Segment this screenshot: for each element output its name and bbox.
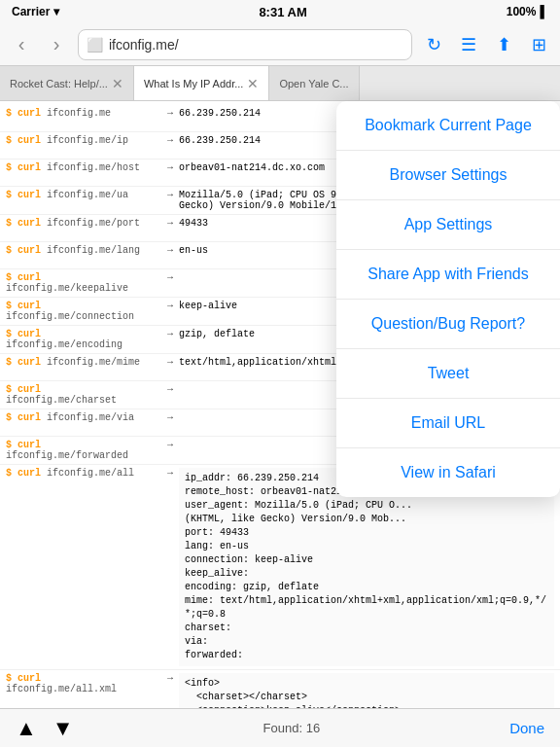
cmd-cell: $ curl ifconfig.me/keepalive — [6, 272, 161, 294]
carrier-label: Carrier — [12, 5, 50, 18]
dropdown-menu: Bookmark Current Page Browser Settings A… — [336, 101, 560, 497]
menu-item-tweet[interactable]: Tweet — [336, 349, 560, 399]
done-button[interactable]: Done — [509, 720, 544, 736]
menu-item-email-url[interactable]: Email URL — [336, 399, 560, 448]
back-button[interactable]: ‹ — [8, 33, 35, 55]
bottom-bar: ▲ ▼ Found: 16 Done — [0, 708, 560, 747]
time-display: 8:31 AM — [259, 5, 306, 19]
menu-item-app-settings[interactable]: App Settings — [336, 200, 560, 250]
scroll-up-button[interactable]: ▲ — [16, 716, 37, 741]
cmd-cell: $ curl ifconfig.me/encoding — [6, 329, 161, 350]
url-bar[interactable]: ⬜ ifconfig.me/ — [78, 29, 412, 60]
url-text[interactable]: ifconfig.me/ — [109, 37, 403, 53]
cmd-cell: $ curl ifconfig.me/ua — [6, 190, 161, 200]
table-row: $ curl ifconfig.me/all.xml → <info> <cha… — [0, 670, 560, 708]
menu-item-view-safari[interactable]: View in Safari — [336, 448, 560, 497]
menu-item-share-app[interactable]: Share App with Friends — [336, 250, 560, 300]
reload-button[interactable]: ↻ — [420, 34, 447, 55]
browser-settings-label: Browser Settings — [390, 166, 508, 184]
battery-label: 100% — [507, 5, 537, 18]
nav-icons: ↻ ☰ ⬆ ⊞ — [420, 34, 552, 55]
status-left: Carrier ▾ — [12, 5, 59, 18]
tab-label: Open Yale C... — [279, 78, 348, 89]
cmd-cell: $ curl ifconfig.me/host — [6, 162, 161, 173]
app-settings-label: App Settings — [404, 216, 493, 233]
forward-button[interactable]: › — [43, 33, 70, 55]
tabs-button[interactable]: ⊞ — [525, 34, 552, 55]
main-area: $ curl ifconfig.me → 66.239.250.214 $ cu… — [0, 101, 560, 708]
menu-item-browser-settings[interactable]: Browser Settings — [336, 151, 560, 200]
cmd-cell: $ curl ifconfig.me/mime — [6, 357, 161, 368]
wifi-icon: ▾ — [53, 5, 59, 18]
cmd-cell: $ curl ifconfig.me/ip — [6, 135, 161, 146]
tab-open-yale[interactable]: Open Yale C... — [269, 66, 359, 100]
bottom-nav: ▲ ▼ — [16, 716, 74, 741]
cmd-cell: $ curl ifconfig.me — [6, 108, 161, 119]
bug-report-label: Question/Bug Report? — [371, 315, 525, 333]
view-safari-label: View in Safari — [401, 464, 496, 481]
bookmark-label: Bookmark Current Page — [365, 117, 532, 134]
found-count: Found: 16 — [263, 721, 321, 735]
tab-bar: Rocket Cast: Help/... ✕ What Is My IP Ad… — [0, 66, 560, 101]
status-bar: Carrier ▾ 8:31 AM 100% ▌ — [0, 0, 560, 23]
menu-item-bug-report[interactable]: Question/Bug Report? — [336, 300, 560, 349]
menu-item-bookmark[interactable]: Bookmark Current Page — [336, 101, 560, 151]
tab-label: Rocket Cast: Help/... — [10, 78, 108, 89]
share-app-label: Share App with Friends — [368, 266, 528, 283]
share-button[interactable]: ⬆ — [490, 34, 517, 55]
tab-label: What Is My IP Addr... — [144, 78, 244, 89]
nav-bar: ‹ › ⬜ ifconfig.me/ ↻ ☰ ⬆ ⊞ — [0, 23, 560, 66]
close-icon[interactable]: ✕ — [247, 76, 259, 91]
cmd-cell: $ curl ifconfig.me/lang — [6, 245, 161, 256]
cmd-cell: $ curl ifconfig.me/port — [6, 218, 161, 229]
cmd-cell: $ curl ifconfig.me/connection — [6, 301, 161, 322]
cmd-cell: $ curl ifconfig.me/forwarded — [6, 440, 161, 461]
cmd-cell: $ curl ifconfig.me/all — [6, 468, 161, 479]
tab-what-is-my-ip[interactable]: What Is My IP Addr... ✕ — [134, 66, 270, 100]
battery-icon: ▌ — [540, 5, 548, 18]
cmd-cell: $ curl ifconfig.me/charset — [6, 384, 161, 406]
tab-rocket-cast[interactable]: Rocket Cast: Help/... ✕ — [0, 66, 134, 100]
tweet-label: Tweet — [428, 365, 470, 382]
scroll-down-button[interactable]: ▼ — [52, 716, 74, 741]
cmd-cell: $ curl ifconfig.me/via — [6, 412, 161, 423]
bookmarks-button[interactable]: ☰ — [455, 34, 482, 55]
cmd-cell: $ curl ifconfig.me/all.xml — [6, 673, 161, 694]
email-url-label: Email URL — [411, 414, 485, 432]
close-icon[interactable]: ✕ — [112, 76, 123, 91]
status-right: 100% ▌ — [507, 5, 548, 18]
browser-icon: ⬜ — [87, 37, 103, 53]
